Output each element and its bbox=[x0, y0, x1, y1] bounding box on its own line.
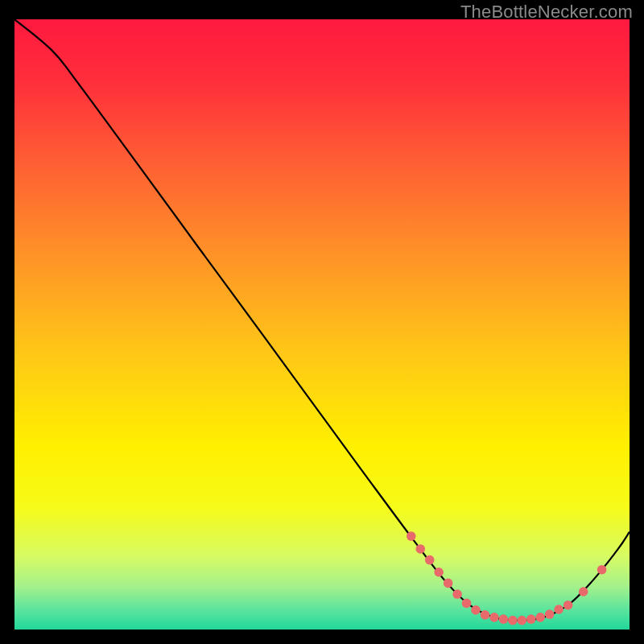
data-marker bbox=[462, 599, 472, 609]
data-marker bbox=[434, 568, 444, 577]
data-marker bbox=[554, 605, 564, 614]
data-marker bbox=[526, 614, 536, 624]
data-marker bbox=[579, 587, 588, 597]
data-marker bbox=[564, 601, 573, 610]
bottleneck-curve-chart bbox=[14, 19, 630, 630]
data-marker bbox=[535, 613, 545, 622]
data-marker bbox=[518, 616, 527, 625]
data-marker bbox=[481, 610, 490, 620]
data-marker bbox=[444, 579, 453, 588]
data-marker bbox=[471, 605, 481, 615]
data-marker bbox=[545, 609, 555, 619]
data-marker bbox=[425, 555, 435, 565]
data-marker bbox=[508, 616, 518, 625]
plot-area bbox=[14, 19, 630, 630]
data-marker bbox=[597, 565, 607, 575]
data-marker bbox=[415, 544, 425, 554]
chart-frame: TheBottleNecker.com bbox=[0, 0, 644, 644]
gradient-background bbox=[14, 19, 630, 630]
data-marker bbox=[452, 589, 462, 599]
data-marker bbox=[407, 531, 416, 541]
data-marker bbox=[489, 613, 499, 622]
data-marker bbox=[499, 614, 509, 624]
